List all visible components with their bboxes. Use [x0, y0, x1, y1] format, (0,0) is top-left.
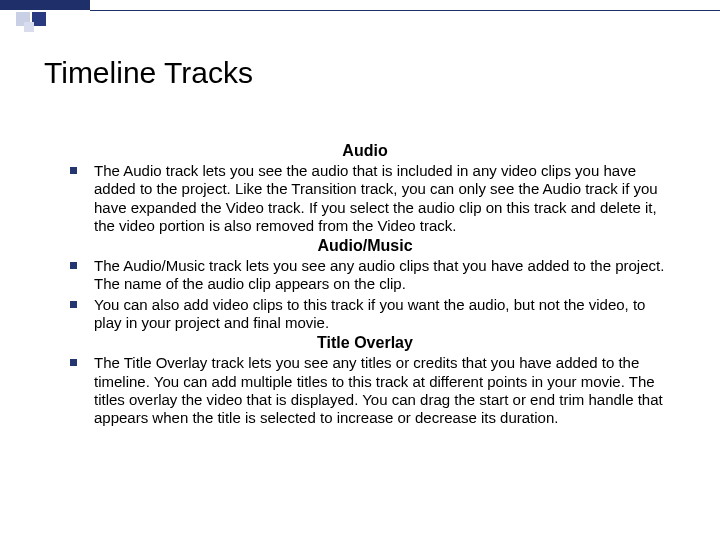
list-item: The Title Overlay track lets you see any… — [64, 354, 666, 427]
slide-body: Timeline Tracks Audio The Audio track le… — [0, 0, 720, 428]
slide-content: Audio The Audio track lets you see the a… — [44, 142, 676, 428]
bullet-list: The Title Overlay track lets you see any… — [64, 354, 666, 427]
slide-title: Timeline Tracks — [44, 56, 676, 90]
section-heading-audio: Audio — [64, 142, 666, 160]
list-item: The Audio/Music track lets you see any a… — [64, 257, 666, 294]
section-heading-title-overlay: Title Overlay — [64, 334, 666, 352]
section-heading-audio-music: Audio/Music — [64, 237, 666, 255]
bullet-list: The Audio track lets you see the audio t… — [64, 162, 666, 235]
list-item: You can also add video clips to this tra… — [64, 296, 666, 333]
slide-corner-decoration — [0, 0, 90, 36]
slide-top-rule — [90, 10, 720, 11]
list-item: The Audio track lets you see the audio t… — [64, 162, 666, 235]
bullet-list: The Audio/Music track lets you see any a… — [64, 257, 666, 332]
